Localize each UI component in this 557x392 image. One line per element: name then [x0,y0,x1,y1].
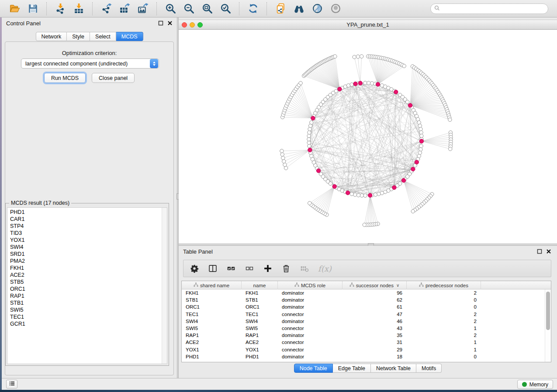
network-node[interactable] [363,81,367,85]
column-header-predecessor-nodes[interactable]: predecessor nodes [407,281,481,289]
table-cell[interactable]: 0 [407,297,481,303]
network-node[interactable] [449,147,452,151]
network-node[interactable] [307,138,311,141]
mcds-result-item[interactable]: YOX1 [7,237,167,244]
network-node[interactable] [418,124,422,127]
table-cell[interactable]: SWI5 [242,326,278,331]
mcds-network-node[interactable] [308,148,312,152]
zoom-in-icon[interactable] [164,2,177,15]
table-cell[interactable]: 31 [343,340,407,345]
import-network-icon[interactable] [54,2,67,15]
mcds-network-node[interactable] [353,82,357,86]
network-node[interactable] [370,82,374,85]
table-scrollbar[interactable] [545,289,551,362]
table-cell[interactable]: dominator [278,354,343,359]
float-panel-icon[interactable] [537,249,542,254]
birds-eye-view-icon[interactable] [329,2,342,15]
table-cell[interactable]: 96 [343,290,407,296]
column-header-name[interactable]: name [242,281,278,289]
network-node[interactable] [419,144,423,148]
maximize-window-icon[interactable] [197,22,203,28]
table-cell[interactable]: 47 [343,312,407,317]
delete-rows-icon[interactable] [281,264,291,273]
network-node[interactable] [280,153,284,156]
table-settings-icon[interactable] [190,264,199,273]
table-cell[interactable]: TEC1 [242,312,278,317]
mcds-network-node[interactable] [368,193,372,197]
network-node[interactable] [350,83,353,86]
float-panel-icon[interactable] [158,21,163,26]
mcds-result-item[interactable]: ORC1 [7,285,167,292]
network-node[interactable] [419,148,422,151]
mcds-result-item[interactable]: TEC1 [7,313,167,320]
tab-style[interactable]: Style [67,32,90,41]
network-node[interactable] [405,100,409,103]
import-table-icon[interactable] [72,2,85,15]
network-node[interactable] [448,118,452,121]
run-mcds-button[interactable]: Run MCDS [44,73,86,83]
mcds-network-node[interactable] [316,168,320,172]
mcds-result-item[interactable]: SWI5 [7,306,167,313]
mcds-result-item[interactable]: STB5 [7,279,167,285]
tab-select[interactable]: Select [90,32,116,41]
table-cell[interactable]: YOX1 [182,347,242,352]
export-network-icon[interactable] [100,2,113,15]
search-input[interactable] [440,4,548,13]
table-row[interactable]: ACE2ACE2connector311 [182,339,551,346]
mcds-network-node[interactable] [338,87,342,91]
mcds-network-node[interactable] [376,83,380,86]
table-cell[interactable]: RAP1 [242,333,278,338]
network-canvas[interactable] [179,30,557,244]
network-node[interactable] [374,193,377,196]
column-header-shared-name[interactable]: shared name [182,281,242,289]
table-cell[interactable]: YOX1 [242,347,278,352]
table-cell[interactable]: ORC1 [182,304,242,309]
table-cell[interactable]: ACE2 [242,340,278,345]
mcds-network-node[interactable] [408,103,412,107]
table-cell[interactable]: 1 [407,340,481,345]
mcds-network-node[interactable] [358,81,362,85]
network-node[interactable] [363,194,367,197]
tab-motifs[interactable]: Motifs [416,364,442,373]
table-cell[interactable]: 18 [343,354,407,359]
network-node[interactable] [360,55,363,58]
network-node[interactable] [411,210,415,213]
table-cell[interactable]: 43 [343,326,407,331]
table-cell[interactable]: dominator [278,304,343,309]
network-node[interactable] [419,131,423,134]
mcds-network-node[interactable] [394,90,398,94]
table-row[interactable]: PHD1PHD1dominator180 [182,353,551,360]
network-node[interactable] [356,55,360,58]
zoom-out-icon[interactable] [182,2,195,15]
network-node[interactable] [402,64,406,68]
table-cell[interactable]: dominator [278,290,343,296]
network-node[interactable] [299,81,302,85]
network-node[interactable] [310,120,313,124]
mcds-result-item[interactable]: GCR1 [7,320,167,327]
mcds-network-node[interactable] [411,167,415,171]
table-cell[interactable]: SWI4 [242,319,278,324]
network-node[interactable] [307,134,311,138]
table-cell[interactable]: 1 [407,326,481,331]
network-graph[interactable] [179,30,557,244]
table-cell[interactable]: RAP1 [182,333,242,338]
mcds-result-item[interactable]: PHD1 [7,209,167,216]
table-cell[interactable]: PHD1 [182,354,242,359]
table-cell[interactable]: 0 [407,304,481,309]
column-header-MCDS-role[interactable]: MCDS role [278,281,343,289]
table-cell[interactable]: 62 [343,297,407,303]
network-node[interactable] [280,149,284,153]
mcds-result-item[interactable]: STP4 [7,223,167,230]
network-node[interactable] [363,223,366,227]
criterion-select[interactable]: largest connected component (undirected) [21,58,159,69]
table-row[interactable]: ORC1ORC1dominator610 [182,303,551,310]
table-cell[interactable]: STB1 [182,297,242,303]
table-cell[interactable]: connector [278,312,343,317]
table-cell[interactable]: FKH1 [242,290,278,296]
network-node[interactable] [353,193,357,196]
table-row[interactable]: FKH1FKH1dominator962 [182,289,551,296]
network-node[interactable] [419,127,422,131]
table-cell[interactable]: SWI4 [182,319,242,324]
table-cell[interactable]: 2 [407,333,481,338]
toggle-graphics-details-icon[interactable] [311,2,324,15]
